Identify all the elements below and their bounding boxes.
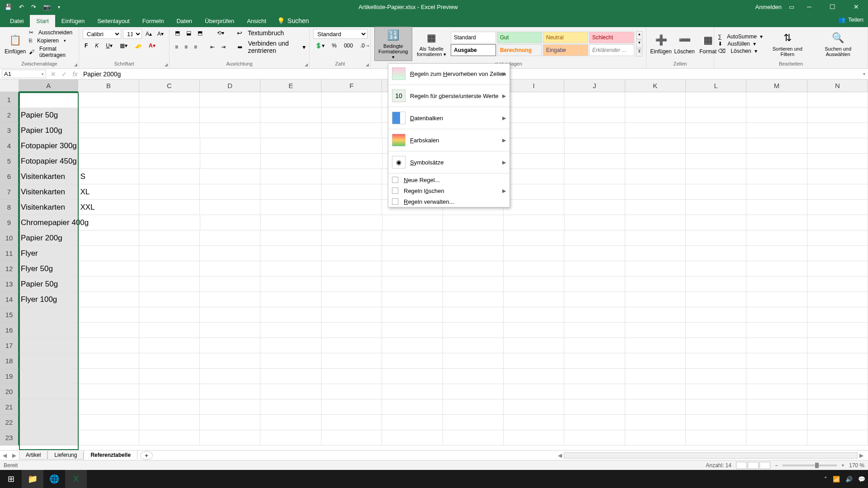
cell[interactable] xyxy=(746,92,807,108)
cell[interactable] xyxy=(807,415,868,430)
cell[interactable] xyxy=(321,246,382,261)
cell[interactable] xyxy=(686,123,746,138)
cancel-formula-button[interactable]: ✕ xyxy=(48,70,59,78)
row-header[interactable]: 22 xyxy=(0,415,19,430)
row-header[interactable]: 23 xyxy=(0,430,19,446)
cell[interactable] xyxy=(807,138,868,154)
row-header[interactable]: 5 xyxy=(0,154,19,169)
menu-top-bottom-rules[interactable]: 10Regeln für oberste/unterste Werte▶ xyxy=(388,86,509,106)
cell[interactable] xyxy=(564,184,625,200)
cell[interactable]: Fotopapier 300g xyxy=(19,138,79,154)
cell[interactable] xyxy=(78,292,139,307)
cell[interactable] xyxy=(504,399,564,415)
sheet-tab-referenztabelle[interactable]: Referenztabelle xyxy=(84,451,137,460)
column-header[interactable]: K xyxy=(625,80,686,92)
find-select-button[interactable]: 🔍Suchen und Auswählen xyxy=(812,30,864,58)
cell[interactable] xyxy=(139,384,200,399)
cell[interactable] xyxy=(504,184,564,200)
minimize-button[interactable]: ─ xyxy=(802,3,817,10)
row-header[interactable]: 8 xyxy=(0,200,19,215)
cell[interactable] xyxy=(200,353,260,369)
cell[interactable] xyxy=(382,292,443,307)
comma-button[interactable]: 000 xyxy=(342,42,355,50)
cell[interactable] xyxy=(443,384,504,399)
cell[interactable] xyxy=(565,138,625,154)
cell[interactable]: Papier 2000g xyxy=(19,92,78,108)
cell[interactable] xyxy=(807,123,868,138)
cell[interactable] xyxy=(79,215,139,230)
column-header[interactable]: M xyxy=(746,80,807,92)
style-gut[interactable]: Gut xyxy=(497,32,542,43)
cell[interactable] xyxy=(807,292,868,307)
menu-color-scales[interactable]: Farbskalen▶ xyxy=(388,130,509,150)
tab-insert[interactable]: Einfügen xyxy=(55,15,91,27)
cell[interactable] xyxy=(19,369,78,384)
cell[interactable] xyxy=(139,261,200,277)
cell[interactable]: Visitenkarten xyxy=(19,184,78,200)
bold-button[interactable]: F xyxy=(83,42,90,50)
cell[interactable] xyxy=(564,200,625,215)
align-center-button[interactable]: ≡ xyxy=(183,43,189,51)
zoom-in-button[interactable]: + xyxy=(841,462,844,469)
cell[interactable] xyxy=(139,215,200,230)
wrap-text-button[interactable]: ↩ Textumbruch xyxy=(237,29,284,37)
new-sheet-button[interactable]: + xyxy=(140,451,153,460)
row-header[interactable]: 12 xyxy=(0,261,19,277)
cell[interactable] xyxy=(686,353,746,369)
cell[interactable] xyxy=(200,169,260,184)
cell[interactable] xyxy=(321,323,382,338)
cell[interactable] xyxy=(321,307,382,323)
row-header[interactable]: 17 xyxy=(0,338,19,353)
column-header[interactable]: N xyxy=(807,80,868,92)
cell[interactable] xyxy=(139,169,200,184)
cell[interactable] xyxy=(78,399,139,415)
sheet-tab-lieferung[interactable]: Lieferung xyxy=(47,451,84,460)
cell[interactable] xyxy=(625,369,686,384)
cell[interactable] xyxy=(807,246,868,261)
cell[interactable] xyxy=(686,138,746,154)
cell[interactable] xyxy=(19,307,78,323)
cell[interactable] xyxy=(807,215,868,230)
number-launcher[interactable]: ◢ xyxy=(366,62,369,67)
tab-file[interactable]: Datei xyxy=(4,15,30,27)
view-page-break-button[interactable] xyxy=(760,462,770,469)
cell[interactable] xyxy=(564,292,625,307)
cell[interactable] xyxy=(382,415,443,430)
cell[interactable] xyxy=(686,169,746,184)
cell[interactable] xyxy=(321,215,382,230)
cell[interactable] xyxy=(321,92,382,108)
style-eingabe[interactable]: Eingabe xyxy=(543,44,588,56)
cell[interactable]: Papier 50g xyxy=(19,108,78,123)
format-as-table-button[interactable]: ▦ Als Tabelle formatieren ▾ xyxy=(413,30,450,58)
cell[interactable] xyxy=(564,108,625,123)
cell[interactable] xyxy=(564,323,625,338)
row-header[interactable]: 6 xyxy=(0,169,19,184)
cell[interactable] xyxy=(139,353,200,369)
cell[interactable] xyxy=(625,246,686,261)
italic-button[interactable]: K xyxy=(93,42,100,50)
styles-scroll-down[interactable]: ▾ xyxy=(636,40,642,48)
cell[interactable] xyxy=(686,184,746,200)
cell[interactable] xyxy=(625,108,686,123)
cell[interactable] xyxy=(260,184,321,200)
cell[interactable] xyxy=(807,277,868,292)
cell[interactable] xyxy=(139,200,200,215)
cell[interactable] xyxy=(200,292,260,307)
cell[interactable] xyxy=(19,353,78,369)
cell[interactable] xyxy=(200,154,261,169)
cell[interactable] xyxy=(261,215,321,230)
cell[interactable] xyxy=(260,338,321,353)
cell[interactable] xyxy=(382,338,443,353)
cell[interactable] xyxy=(504,307,564,323)
cell[interactable] xyxy=(625,138,686,154)
cell[interactable] xyxy=(625,92,686,108)
cell[interactable] xyxy=(746,338,807,353)
cell[interactable] xyxy=(625,215,686,230)
cell[interactable] xyxy=(807,384,868,399)
cell[interactable] xyxy=(321,353,382,369)
cell[interactable] xyxy=(686,277,746,292)
cell[interactable] xyxy=(504,246,564,261)
cell[interactable] xyxy=(504,200,564,215)
cell[interactable] xyxy=(139,415,200,430)
cell[interactable] xyxy=(443,369,504,384)
